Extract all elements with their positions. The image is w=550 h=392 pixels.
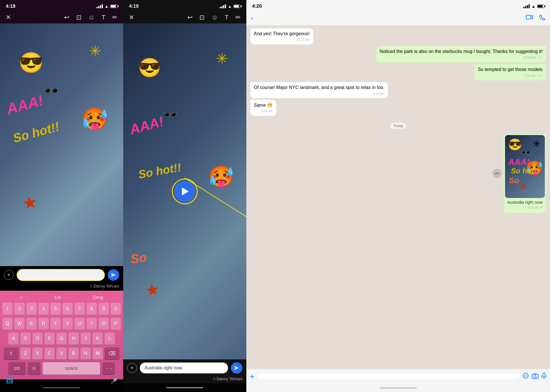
svg-rect-2 bbox=[526, 15, 531, 19]
crop-icon[interactable]: ⊡ bbox=[76, 14, 81, 21]
message-bubble-5: Same 😁 1:03 am bbox=[250, 100, 276, 116]
key-9[interactable]: 9 bbox=[99, 303, 109, 315]
key-t[interactable]: T bbox=[50, 318, 61, 330]
p2-sunglasses-emoji: 😎 bbox=[138, 57, 161, 79]
key-b[interactable]: B bbox=[68, 347, 79, 360]
key-5[interactable]: 5 bbox=[50, 303, 61, 315]
back-button[interactable]: ‹ bbox=[251, 15, 253, 22]
key-d[interactable]: D bbox=[32, 332, 43, 345]
key-2[interactable]: 2 bbox=[14, 303, 25, 315]
message-bubble-2: Noticed the park is also on the starbuck… bbox=[376, 46, 546, 62]
p2-undo-icon[interactable]: ↩ bbox=[187, 14, 192, 21]
key-c[interactable]: C bbox=[44, 347, 55, 360]
voice-call-icon[interactable] bbox=[539, 14, 545, 22]
key-n[interactable]: N bbox=[80, 347, 91, 360]
return-key[interactable]: ←→ bbox=[102, 362, 115, 375]
caption-input[interactable] bbox=[17, 269, 105, 281]
forward-icon[interactable] bbox=[492, 169, 502, 178]
thumb-so-text: So bbox=[509, 176, 519, 185]
suggestion-lol[interactable]: Lol bbox=[54, 295, 61, 300]
chat-header-icons bbox=[526, 14, 545, 22]
sticker-icon[interactable] bbox=[522, 373, 529, 381]
key-3[interactable]: 3 bbox=[26, 303, 37, 315]
space-key[interactable]: space bbox=[43, 362, 100, 375]
key-z[interactable]: Z bbox=[20, 347, 31, 360]
panel2-home-indicator bbox=[123, 383, 246, 392]
key-u[interactable]: U bbox=[74, 318, 85, 330]
key-s[interactable]: S bbox=[20, 332, 31, 345]
play-circle-outer bbox=[172, 179, 198, 204]
send-button[interactable] bbox=[108, 269, 119, 281]
text-icon[interactable]: T bbox=[102, 14, 105, 21]
add-button[interactable]: + bbox=[4, 270, 14, 280]
key-f[interactable]: F bbox=[44, 332, 55, 345]
panel3-home-indicator bbox=[246, 384, 550, 392]
svg-point-4 bbox=[525, 375, 525, 375]
key-1[interactable]: 1 bbox=[2, 303, 13, 315]
key-q[interactable]: Q bbox=[2, 318, 13, 330]
emoji-icon[interactable]: ☺ bbox=[88, 14, 95, 21]
chat-message-input[interactable] bbox=[257, 374, 520, 379]
chat-add-button[interactable]: + bbox=[250, 372, 254, 381]
key-7[interactable]: 7 bbox=[74, 303, 85, 315]
p2-draw-icon[interactable]: ✏ bbox=[235, 14, 241, 21]
key-w[interactable]: W bbox=[14, 318, 25, 330]
panel2-status-bar: 4:19 ▲ bbox=[123, 0, 246, 11]
p2-add-button[interactable]: + bbox=[127, 363, 137, 373]
p2-sunglasses2: 🕶️ bbox=[163, 108, 178, 122]
key-8[interactable]: 8 bbox=[87, 303, 97, 315]
voice-message-icon[interactable] bbox=[541, 373, 547, 381]
key-0[interactable]: 0 bbox=[111, 303, 121, 315]
key-h[interactable]: H bbox=[68, 332, 79, 345]
key-a[interactable]: A bbox=[8, 332, 19, 345]
key-v[interactable]: V bbox=[56, 347, 67, 360]
p2-battery-icon bbox=[233, 5, 241, 8]
message-time-5: 1:03 am bbox=[254, 109, 273, 113]
key-i[interactable]: I bbox=[87, 318, 97, 330]
panel1-status-bar: 4:18 ▲ bbox=[0, 0, 123, 11]
svg-rect-8 bbox=[543, 373, 545, 377]
message-text-3: So tempted to get those models bbox=[478, 67, 543, 72]
key-r[interactable]: R bbox=[38, 318, 49, 330]
panel2-caption-bar: + Australia right now bbox=[123, 359, 246, 377]
key-123[interactable]: 123 bbox=[8, 362, 25, 375]
p2-caption-display[interactable]: Australia right now bbox=[140, 363, 228, 373]
video-call-icon[interactable] bbox=[526, 14, 533, 22]
message-bubble-3: So tempted to get those models 1:00 am ✓… bbox=[474, 64, 546, 80]
key-o[interactable]: O bbox=[99, 318, 109, 330]
shift-key[interactable]: ⇧ bbox=[4, 347, 19, 360]
backspace-key[interactable]: ⌫ bbox=[105, 347, 119, 360]
key-p[interactable]: P bbox=[111, 318, 121, 330]
p2-emoji-icon[interactable]: ☺ bbox=[211, 14, 218, 21]
p2-crop-icon[interactable]: ⊡ bbox=[199, 14, 205, 21]
suggestion-omg[interactable]: Omg bbox=[93, 295, 103, 300]
suggestion-plus[interactable]: + bbox=[20, 295, 23, 300]
p2-close-icon[interactable]: ✕ bbox=[129, 14, 134, 21]
p2-so-text: So bbox=[130, 250, 148, 266]
star-sticker: ★ bbox=[21, 191, 39, 214]
p3-battery-icon bbox=[537, 5, 544, 8]
emoji-key[interactable]: ☺ bbox=[28, 362, 40, 375]
key-e[interactable]: E bbox=[26, 318, 37, 330]
key-4[interactable]: 4 bbox=[38, 303, 49, 315]
key-g[interactable]: G bbox=[56, 332, 67, 345]
story-caption-area: Australia right now 4:19 am ✓ bbox=[505, 198, 545, 211]
key-y[interactable]: Y bbox=[62, 318, 73, 330]
story-check-icon: ✓ bbox=[540, 205, 543, 209]
close-icon[interactable]: ✕ bbox=[6, 14, 11, 21]
p2-text-icon[interactable]: T bbox=[225, 14, 229, 21]
key-l[interactable]: L bbox=[105, 332, 115, 345]
svg-point-3 bbox=[523, 373, 528, 378]
key-x[interactable]: X bbox=[32, 347, 43, 360]
thumb-shades: 🕶️ bbox=[521, 148, 531, 157]
undo-icon[interactable]: ↩ bbox=[64, 14, 69, 21]
panel3-whatsapp-chat: 4:20 ▲ ‹ bbox=[246, 0, 550, 392]
draw-icon[interactable]: ✏ bbox=[112, 14, 117, 21]
key-m[interactable]: M bbox=[93, 347, 103, 360]
key-j[interactable]: J bbox=[80, 332, 91, 345]
key-6[interactable]: 6 bbox=[62, 303, 73, 315]
camera-icon[interactable] bbox=[532, 373, 539, 381]
p2-send-button[interactable] bbox=[231, 362, 242, 374]
play-button[interactable] bbox=[172, 179, 198, 204]
key-k[interactable]: K bbox=[93, 332, 103, 345]
